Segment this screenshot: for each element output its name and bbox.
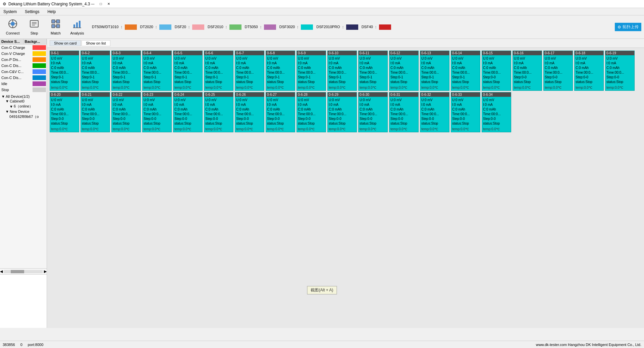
device-card-0-6-14[interactable]: 0-6-14 U:0 mV I:0 mA C:0 mAh Time:00:0..… — [451, 51, 480, 91]
scroll-left-arrow[interactable]: ◀ — [0, 269, 3, 274]
device-card-0-6-32[interactable]: 0-6-32 U:0 mV I:0 mA C:0 mAh Time:00:0..… — [420, 92, 449, 132]
step-button[interactable]: Step — [24, 17, 44, 38]
sidebar-scrollbar[interactable]: ◀ ▶ — [0, 268, 47, 274]
tab-card-view[interactable]: Show on card — [50, 40, 81, 46]
card-capacity: C:0 mAh — [329, 107, 356, 112]
device-card-0-6-1[interactable]: 0-6-1 U:0 mV I:0 mA C:0 mAh Time:00:0...… — [50, 51, 79, 91]
scroll-thumb[interactable] — [11, 270, 24, 273]
device-card-0-6-3[interactable]: 0-6-3 U:0 mV I:0 mA C:0 mAh Time:00:0...… — [111, 51, 141, 91]
card-time: Time:00:0... — [144, 112, 170, 117]
analysis-button[interactable]: Analysis — [67, 17, 87, 38]
tree-device-id[interactable]: 049162f89b67（o — [1, 114, 45, 120]
device-card-0-6-20[interactable]: 0-6-20 U:0 mV I:0 mA C:0 mAh Time:00:0..… — [50, 92, 79, 132]
device-card-0-6-31[interactable]: 0-6-31 U:0 mV I:0 mA C:0 mAh Time:00:0..… — [389, 92, 419, 132]
card-status: status:Stop — [267, 121, 294, 126]
device-card-0-6-30[interactable]: 0-6-30 U:0 mV I:0 mA C:0 mAh Time:00:0..… — [358, 92, 388, 132]
device-card-0-6-25[interactable]: 0-6-25 U:0 mV I:0 mA C:0 mAh Time:00:0..… — [204, 92, 233, 132]
minimize-button[interactable]: — — [90, 1, 95, 7]
card-current: I:0 mA — [82, 102, 109, 107]
device-card-0-6-28[interactable]: 0-6-28 U:0 mV I:0 mA C:0 mAh Time:00:0..… — [297, 92, 326, 132]
device-card-0-6-22[interactable]: 0-6-22 U:0 mV I:0 mA C:0 mAh Time:00:0..… — [111, 92, 141, 132]
device-card-0-6-33[interactable]: 0-6-33 U:0 mV I:0 mA C:0 mAh Time:00:0..… — [451, 92, 480, 132]
device-card-0-6-8[interactable]: 0-6-8 U:0 mV I:0 mA C:0 mAh Time:00:0...… — [266, 51, 295, 91]
device-card-0-6-2[interactable]: 0-6-2 U:0 mV I:0 mA C:0 mAh Time:00:0...… — [80, 51, 110, 91]
tree-new-device[interactable]: ▼ New Device — [1, 109, 45, 114]
upload-button[interactable]: ⚙ 拓扑上传 — [615, 23, 641, 31]
expand-icon-new: ▼ — [5, 110, 9, 114]
close-button[interactable]: ✕ — [106, 1, 111, 7]
device-card-0-6-10[interactable]: 0-6-10 U:0 mV I:0 mA C:0 mAh Time:00:0..… — [327, 51, 357, 91]
card-step: Step:0-0 — [576, 75, 602, 80]
card-time: Time:00:0... — [51, 70, 78, 75]
device-card-0-6-23[interactable]: 0-6-23 U:0 mV I:0 mA C:0 mAh Time:00:0..… — [142, 92, 172, 132]
tree-new-device-label: New Device — [10, 110, 30, 114]
card-temp: temp:0.0℃ — [236, 127, 263, 131]
card-temp: temp:0.0℃ — [144, 127, 170, 131]
device-card-0-6-24[interactable]: 0-6-24 U:0 mV I:0 mA C:0 mAh Time:00:0..… — [173, 92, 203, 132]
device-card-0-6-7[interactable]: 0-6-7 U:0 mV I:0 mA C:0 mAh Time:00:0...… — [235, 51, 264, 91]
card-capacity: C:0 mAh — [421, 66, 448, 70]
device-card-0-6-13[interactable]: 0-6-13 U:0 mV I:0 mA C:0 mAh Time:00:0..… — [420, 51, 449, 91]
card-voltage: U:0 mV — [421, 56, 448, 61]
device-card-0-6-17[interactable]: 0-6-17 U:0 mV I:0 mA C:0 mAh Time:00:0..… — [543, 51, 573, 91]
tree-device-id-label: 049162f89b67（o — [9, 114, 39, 119]
scroll-track[interactable] — [4, 270, 43, 273]
card-temp: temp:0.0℃ — [545, 86, 572, 89]
device-card-0-6-6[interactable]: 0-6-6 U:0 mV I:0 mA C:0 mAh Time:00:0...… — [204, 51, 233, 91]
connect-button[interactable]: Connect — [3, 17, 23, 38]
card-step: Step:0-0 — [606, 75, 633, 80]
card-voltage: U:0 mV — [174, 56, 201, 61]
card-status: status:Stop — [236, 121, 263, 126]
card-body: U:0 mV I:0 mA C:0 mAh Time:00:0... Step:… — [174, 56, 201, 84]
device-card-0-6-27[interactable]: 0-6-27 U:0 mV I:0 mA C:0 mAh Time:00:0..… — [266, 92, 295, 132]
device-card-0-6-9[interactable]: 0-6-9 U:0 mV I:0 mA C:0 mAh Time:00:0...… — [297, 51, 326, 91]
device-card-0-6-16[interactable]: 0-6-16 U:0 mV I:0 mA C:0 mAh Time:00:0..… — [513, 51, 542, 91]
device-card-0-6-34[interactable]: 0-6-34 U:0 mV I:0 mA C:0 mAh Time:00:0..… — [482, 92, 511, 132]
card-time: Time:00:0... — [452, 112, 479, 117]
tree-all-devices[interactable]: ▼ All Device(1/2) — [1, 94, 45, 99]
match-button[interactable]: Match — [46, 17, 66, 38]
card-step: Step:0-1 — [390, 75, 417, 80]
card-step: Step:0-1 — [82, 75, 109, 80]
card-current: I:0 mA — [329, 102, 356, 107]
card-step: Step:0-0 — [298, 117, 325, 121]
card-header: 0-6-32 — [420, 92, 449, 97]
device-card-0-6-18[interactable]: 0-6-18 U:0 mV I:0 mA C:0 mAh Time:00:0..… — [574, 51, 604, 91]
device-card-0-6-26[interactable]: 0-6-26 U:0 mV I:0 mA C:0 mAh Time:00:0..… — [235, 92, 264, 132]
card-header: 0-6-13 — [420, 51, 449, 55]
svg-rect-11 — [56, 20, 60, 23]
menu-help[interactable]: Help — [45, 9, 58, 15]
card-status: status:Stop — [174, 121, 201, 126]
scroll-right-arrow[interactable]: ▶ — [44, 269, 47, 274]
device-card-0-6-5[interactable]: 0-6-5 U:0 mV I:0 mA C:0 mAh Time:00:0...… — [173, 51, 203, 91]
device-card-0-6-12[interactable]: 0-6-12 U:0 mV I:0 mA C:0 mAh Time:00:0..… — [389, 51, 419, 91]
tree-cabinet0[interactable]: ▼ Cabinet0 — [1, 99, 45, 103]
card-body: U:0 mV I:0 mA C:0 mAh Time:00:0... Step:… — [576, 56, 602, 84]
legend-dt2020: DT2020 ： — [140, 24, 171, 30]
device-card-0-6-11[interactable]: 0-6-11 U:0 mV I:0 mA C:0 mAh Time:00:0..… — [358, 51, 388, 91]
tab-list-view[interactable]: Show on list — [82, 40, 110, 46]
card-voltage: U:0 mV — [82, 56, 109, 61]
device-card-0-6-29[interactable]: 0-6-29 U:0 mV I:0 mA C:0 mAh Time:00:0..… — [327, 92, 357, 132]
tree-online[interactable]: ▼ 6（online） — [1, 103, 45, 109]
menu-system[interactable]: System — [1, 9, 19, 15]
device-card-0-6-4[interactable]: 0-6-4 U:0 mV I:0 mA C:0 mAh Time:00:0...… — [142, 51, 172, 91]
card-current: I:0 mA — [421, 61, 448, 66]
legend-dsf20-label: DSF20 ： — [175, 24, 191, 29]
device-card-0-6-15[interactable]: 0-6-15 U:0 mV I:0 mA C:0 mAh Time:00:0..… — [482, 51, 511, 91]
card-status: status:Stop — [545, 80, 572, 84]
status-label-7: Stop — [0, 88, 32, 92]
device-card-0-6-21[interactable]: 0-6-21 U:0 mV I:0 mA C:0 mAh Time:00:0..… — [80, 92, 110, 132]
menu-settings[interactable]: Settings — [23, 9, 41, 15]
card-capacity: C:0 mAh — [390, 107, 417, 112]
card-step: Step:0-0 — [144, 117, 170, 121]
card-status: status:Stop — [421, 121, 448, 126]
card-header: 0-6-17 — [544, 51, 573, 55]
restore-button[interactable]: □ — [98, 1, 103, 7]
device-card-0-6-19[interactable]: 0-6-19 U:0 mV I:0 mA C:0 mAh Time:00:0..… — [605, 51, 635, 91]
card-time: Time:00:0... — [236, 112, 263, 117]
card-voltage: U:0 mV — [298, 56, 325, 61]
match-label: Match — [51, 31, 61, 35]
card-header: 0-6-2 — [81, 51, 110, 55]
legend-dsf3020-label: DSF3020 ： — [279, 24, 300, 29]
